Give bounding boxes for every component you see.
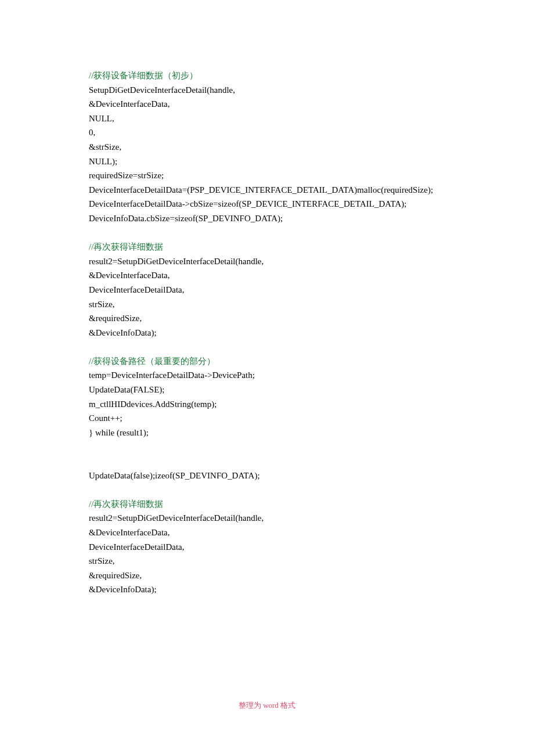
code-line: result2=SetupDiGetDeviceInterfaceDetail(… [89,511,445,525]
code-line: &strSize, [89,140,445,154]
blank-line [89,340,445,354]
footer-prefix: 整理为 [239,701,261,710]
code-line: &DeviceInterfaceData, [89,97,445,111]
blank-line [89,226,445,240]
code-line: strSize, [89,554,445,568]
code-line: &requiredSize, [89,568,445,583]
code-line: DeviceInterfaceDetailData, [89,540,445,555]
footer-word: word [261,701,280,710]
code-comment: //再次获得详细数据 [89,497,445,512]
code-line: &DeviceInterfaceData, [89,525,445,540]
code-line: Count++; [89,411,445,426]
blank-line [89,454,445,469]
blank-line [89,440,445,454]
code-line: NULL, [89,111,445,126]
code-comment: //获得设备详细数据（初步） [89,69,445,83]
page-footer: 整理为 word 格式 [0,700,534,711]
code-line: UpdateData(FALSE); [89,383,445,397]
footer-suffix: 格式 [280,701,295,710]
code-line: } while (result1); [89,426,445,440]
code-line: result2=SetupDiGetDeviceInterfaceDetail(… [89,254,445,269]
code-line: m_ctllHIDdevices.AddString(temp); [89,397,445,412]
code-line: 0, [89,125,445,140]
document-page: //获得设备详细数据（初步）SetupDiGetDeviceInterfaceD… [0,0,534,597]
code-line: &DeviceInterfaceData, [89,268,445,283]
code-comment: //获得设备路径（最重要的部分） [89,354,445,369]
code-line: requiredSize=strSize; [89,168,445,183]
code-comment: //再次获得详细数据 [89,240,445,254]
code-line: &DeviceInfoData); [89,582,445,597]
code-line: temp=DeviceInterfaceDetailData->DevicePa… [89,368,445,383]
code-line: DeviceInterfaceDetailData=(PSP_DEVICE_IN… [89,183,445,197]
code-line: strSize, [89,297,445,312]
code-line: NULL); [89,154,445,169]
code-line: SetupDiGetDeviceInterfaceDetail(handle, [89,83,445,98]
code-line: DeviceInfoData.cbSize=sizeof(SP_DEVINFO_… [89,211,445,226]
code-line: &requiredSize, [89,311,445,326]
blank-line [89,483,445,497]
code-line: UpdateData(false);izeof(SP_DEVINFO_DATA)… [89,469,445,483]
code-line: DeviceInterfaceDetailData, [89,283,445,297]
code-line: &DeviceInfoData); [89,326,445,340]
code-line: DeviceInterfaceDetailData->cbSize=sizeof… [89,197,445,211]
